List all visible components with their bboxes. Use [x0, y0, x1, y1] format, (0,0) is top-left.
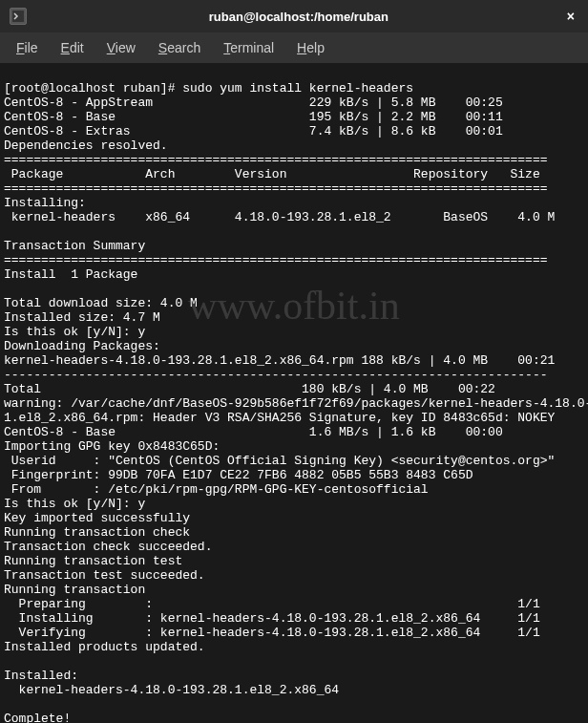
terminal-line: Downloading Packages:: [4, 339, 160, 353]
terminal-line: Fingerprint: 99DB 70FA E1D7 CE22 7FB6 48…: [4, 468, 472, 482]
terminal-line: Installed products updated.: [4, 640, 205, 654]
terminal-line: Preparing : 1/1: [4, 597, 540, 611]
terminal-line: kernel-headers-4.18.0-193.28.1.el8_2.x86…: [4, 353, 555, 368]
terminal-line: Transaction check succeeded.: [4, 540, 212, 554]
terminal-line: Running transaction test: [4, 554, 182, 568]
terminal-line: Installing : kernel-headers-4.18.0-193.2…: [4, 611, 540, 626]
terminal-line: Verifying : kernel-headers-4.18.0-193.28…: [4, 626, 540, 640]
terminal-line: Is this ok [y/N]: y: [4, 497, 145, 511]
terminal-line: Package Arch Version Repository Size: [4, 167, 540, 181]
terminal-line: CentOS-8 - AppStream 229 kB/s | 5.8 MB 0…: [4, 96, 503, 110]
terminal-line: Is this ok [y/N]: y: [4, 325, 145, 339]
terminal-line: ----------------------------------------…: [4, 368, 548, 382]
terminal-line: Total 180 kB/s | 4.0 MB 00:22: [4, 382, 495, 396]
terminal-line: CentOS-8 - Base 1.6 MB/s | 1.6 kB 00:00: [4, 425, 503, 439]
terminal-line: Dependencies resolved.: [4, 138, 168, 153]
terminal-line: kernel-headers-4.18.0-193.28.1.el8_2.x86…: [4, 683, 339, 697]
menu-help[interactable]: Help: [285, 34, 336, 61]
terminal-line: Install 1 Package: [4, 267, 137, 282]
terminal-line: Installing:: [4, 196, 86, 210]
window-title: ruban@localhost:/home/ruban: [34, 10, 563, 24]
terminal-line: Installed size: 4.7 M: [4, 310, 160, 325]
terminal-line: warning: /var/cache/dnf/BaseOS-929b586ef…: [4, 396, 588, 411]
terminal-icon: [10, 8, 27, 25]
terminal-line: ========================================…: [4, 253, 548, 267]
menu-search[interactable]: Search: [147, 34, 212, 61]
terminal-line: Running transaction: [4, 583, 145, 597]
menu-view[interactable]: View: [95, 34, 147, 61]
terminal-line: From : /etc/pki/rpm-gpg/RPM-GPG-KEY-cent…: [4, 482, 429, 497]
terminal-line: [root@localhost ruban]# sudo yum install…: [4, 81, 413, 96]
terminal-line: Transaction Summary: [4, 239, 145, 253]
titlebar: ruban@localhost:/home/ruban ×: [0, 0, 588, 32]
menubar: File Edit View Search Terminal Help: [0, 32, 588, 63]
terminal-line: CentOS-8 - Extras 7.4 kB/s | 8.6 kB 00:0…: [4, 124, 503, 138]
terminal-line: 1.el8_2.x86_64.rpm: Header V3 RSA/SHA256…: [4, 411, 555, 425]
terminal-line: ========================================…: [4, 181, 548, 196]
terminal-line: Running transaction check: [4, 525, 190, 540]
terminal-output[interactable]: [root@localhost ruban]# sudo yum install…: [0, 63, 588, 723]
terminal-line: Key imported successfully: [4, 511, 190, 525]
terminal-line: Importing GPG key 0x8483C65D:: [4, 439, 220, 454]
menu-file[interactable]: File: [5, 34, 50, 61]
terminal-line: Transaction test succeeded.: [4, 568, 205, 583]
terminal-line: Complete!: [4, 712, 71, 723]
close-icon[interactable]: ×: [563, 9, 578, 24]
terminal-line: ========================================…: [4, 153, 548, 167]
terminal-line: CentOS-8 - Base 195 kB/s | 2.2 MB 00:11: [4, 110, 503, 124]
menu-terminal[interactable]: Terminal: [212, 34, 285, 61]
terminal-line: Userid : "CentOS (CentOS Official Signin…: [4, 454, 555, 468]
terminal-line: Installed:: [4, 669, 78, 683]
menu-edit[interactable]: Edit: [50, 34, 95, 61]
terminal-line: kernel-headers x86_64 4.18.0-193.28.1.el…: [4, 210, 555, 224]
terminal-line: Total download size: 4.0 M: [4, 296, 198, 310]
